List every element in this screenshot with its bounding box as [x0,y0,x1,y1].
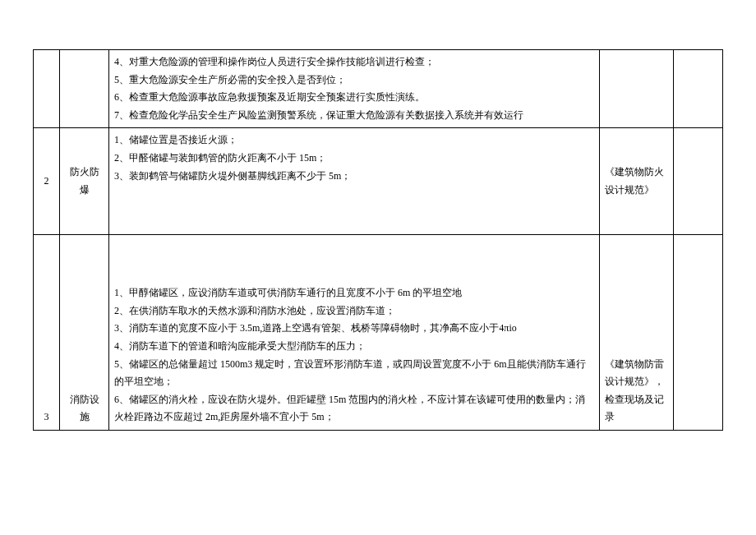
cell-num: 3 [34,235,60,431]
cell-name [60,50,109,128]
cell-content: 1、甲醇储罐区，应设消防车道或可供消防车通行的且宽度不小于 6m 的平坦空地2、… [109,235,600,431]
cell-num [34,50,60,128]
cell-content: 1、储罐位置是否接近火源；2、甲醛储罐与装卸鹤管的防火距离不小于 15m；3、装… [109,128,600,235]
cell-content: 4、对重大危险源的管理和操作岗位人员进行安全操作技能培训进行检查；5、重大危险源… [109,50,600,128]
cell-name: 消防设施 [60,235,109,431]
table-row: 3 消防设施 1、甲醇储罐区，应设消防车道或可供消防车通行的且宽度不小于 6m … [34,235,723,431]
cell-num: 2 [34,128,60,235]
table-row: 4、对重大危险源的管理和操作岗位人员进行安全操作技能培训进行检查；5、重大危险源… [34,50,723,128]
cell-name: 防火防爆 [60,128,109,235]
table-row: 2 防火防爆 1、储罐位置是否接近火源；2、甲醛储罐与装卸鹤管的防火距离不小于 … [34,128,723,235]
document-table: 4、对重大危险源的管理和操作岗位人员进行安全操作技能培训进行检查；5、重大危险源… [33,49,723,431]
cell-ref [600,50,674,128]
cell-blank [674,50,723,128]
cell-ref: 《建筑物防雷设计规范》，检查现场及记录 [600,235,674,431]
cell-ref: 《建筑物防火设计规范》 [600,128,674,235]
cell-blank [674,235,723,431]
cell-blank [674,128,723,235]
